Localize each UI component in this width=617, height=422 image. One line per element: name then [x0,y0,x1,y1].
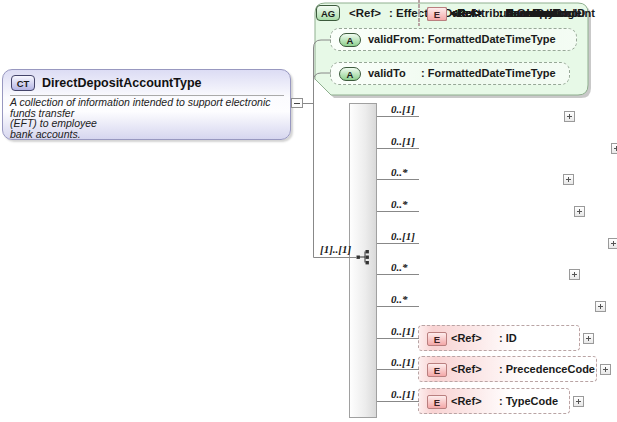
cardinality-label: 0..* [391,261,431,273]
sequence-icon [356,249,374,265]
expand-icon[interactable] [569,269,580,280]
attribute-name: validFrom [368,33,421,45]
attribute-icon: A [339,33,361,47]
cardinality-label: 0..[1] [391,325,431,337]
expand-icon[interactable] [600,364,611,375]
element-name: : ID [499,332,517,344]
attribute-type: : FormattedDateTimeType [421,33,556,45]
element-id[interactable]: E <Ref> : ID [418,325,580,351]
cardinality-label: 0..[1] [391,103,431,115]
element-name: : UserArea [499,7,555,19]
collapse-icon[interactable] [291,98,303,108]
expand-icon[interactable] [611,143,617,154]
cardinality-label: 0..[1] [391,230,431,242]
complex-type-icon: CT [11,75,35,91]
element-ref: <Ref> [451,332,499,344]
attribute-name: validTo [368,67,421,79]
expand-icon[interactable] [564,111,575,122]
element-precedencecode[interactable]: E <Ref> : PrecedenceCode [418,356,597,382]
xsd-diagram: CT DirectDepositAccountType A collection… [0,0,617,422]
attribute-validfrom[interactable]: A validFrom : FormattedDateTimeType [330,28,577,51]
attribute-group-icon: AG [316,5,340,21]
cardinality-label: 0..* [391,166,431,178]
attribute-icon: A [339,67,361,81]
expand-icon[interactable] [608,238,617,249]
cardinality-label: 0..[1] [391,388,431,400]
cardinality-label: 0..* [391,198,431,210]
element-ref: <Ref> [451,7,499,19]
element-typecode[interactable]: E <Ref> : TypeCode [418,388,570,414]
attribute-validto[interactable]: A validTo : FormattedDateTimeType [330,62,570,85]
cardinality-label: 0..[1] [391,135,431,147]
cardinality-label: 0..* [391,293,431,305]
element-ref: <Ref> [451,395,499,407]
expand-icon[interactable] [595,301,606,312]
expand-icon[interactable] [583,333,594,344]
attribute-group-ref: <Ref> [349,7,389,19]
complex-type-name: DirectDepositAccountType [42,76,202,90]
cardinality-label: 0..[1] [391,356,431,368]
element-name: : TypeCode [499,395,558,407]
expand-icon[interactable] [563,174,574,185]
expand-icon[interactable] [574,206,585,217]
expand-icon[interactable] [573,396,584,407]
element-ref: <Ref> [451,363,499,375]
element-userarea[interactable]: E <Ref> : UserArea [418,0,420,26]
complex-type-description: A collection of information intended to … [10,97,286,139]
complex-type-box[interactable]: CT DirectDepositAccountType A collection… [2,69,291,140]
attribute-type: : FormattedDateTimeType [421,67,556,79]
sequence-cardinality: [1]..[1] [320,243,351,255]
element-name: : PrecedenceCode [499,363,595,375]
element-icon: E [427,7,447,21]
